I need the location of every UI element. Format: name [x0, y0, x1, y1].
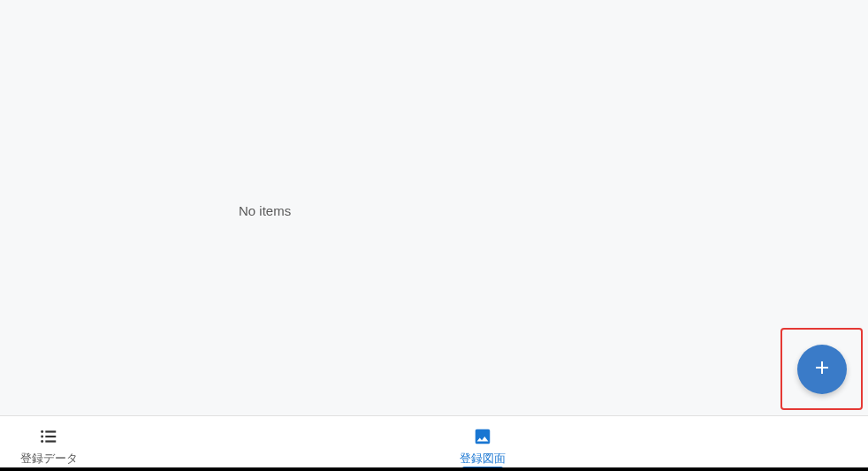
svg-rect-5	[45, 440, 56, 442]
list-icon	[39, 426, 58, 447]
svg-point-0	[41, 430, 43, 433]
bottom-navigation: 登録データ 登録図面	[0, 415, 868, 471]
nav-tab-label: 登録データ	[20, 451, 78, 467]
main-content: No items	[0, 0, 868, 415]
svg-rect-4	[45, 436, 56, 437]
svg-point-1	[41, 436, 43, 438]
nav-tab-registered-data[interactable]: 登録データ	[0, 416, 97, 471]
active-tab-indicator	[462, 467, 503, 471]
nav-tab-label: 登録図面	[460, 451, 506, 467]
svg-point-2	[41, 440, 43, 443]
nav-tab-registered-drawing[interactable]: 登録図面	[97, 416, 868, 471]
fab-highlight-box	[780, 328, 863, 410]
add-button[interactable]	[797, 345, 847, 394]
empty-state-message: No items	[239, 203, 291, 218]
plus-icon	[811, 357, 833, 381]
svg-rect-3	[45, 430, 56, 432]
image-icon	[473, 426, 492, 447]
